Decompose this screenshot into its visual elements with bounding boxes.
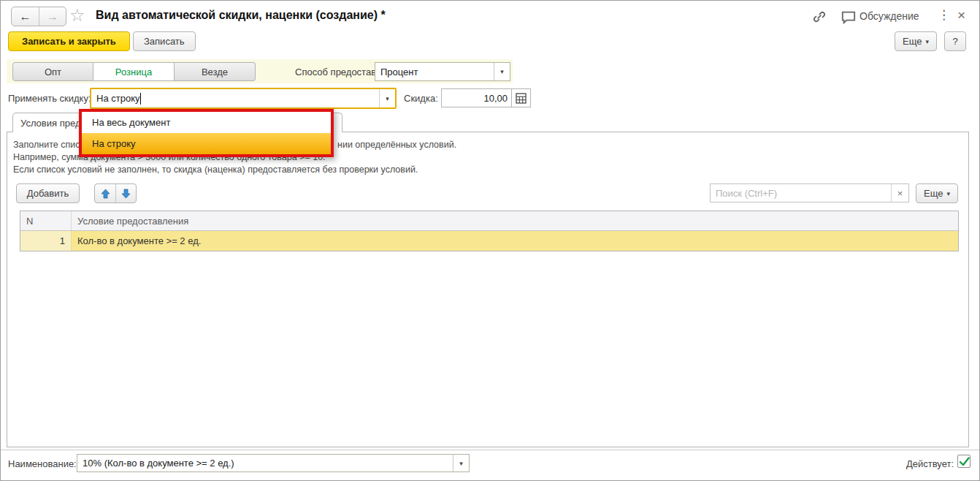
move-up-button[interactable] [95,184,115,202]
table-header: N Условие предоставления [20,211,958,231]
active-label: Действует: [906,458,954,469]
back-button[interactable]: ← [12,7,39,26]
more-button-list-label: Еще [924,188,943,199]
method-combobox[interactable]: Процент ▾ [375,62,510,81]
name-dropdown-arrow-icon[interactable]: ▾ [453,455,469,471]
save-and-close-button[interactable]: Записать и закрыть [8,31,130,51]
form-window: ← → ☆ Вид автоматической скидки, наценки… [0,0,980,481]
move-row-buttons [94,183,137,203]
page-title: Вид автоматической скидки, наценки (созд… [96,9,386,22]
hint-line1-right: нии определённых условий. [337,140,456,150]
apply-discount-label: Применять скидку: [8,93,91,104]
arrow-down-icon [121,189,131,199]
method-value: Процент [375,63,494,80]
search-input[interactable] [711,184,891,202]
name-label: Наименование: [8,458,77,469]
forward-button[interactable]: → [39,7,66,26]
more-menu-icon[interactable]: ⋮ [938,7,950,23]
calculator-button[interactable] [512,88,531,107]
footer-divider [1,450,980,450]
chevron-down-icon: ▾ [925,38,929,45]
more-button-list[interactable]: Еще ▾ [916,183,958,203]
search-clear-icon[interactable]: × [891,184,908,202]
segment-opt[interactable]: Опт [12,62,93,81]
method-dropdown-arrow-icon[interactable]: ▾ [494,63,510,80]
table-row[interactable]: 1 Кол-во в документе >= 2 ед. [20,231,958,251]
apply-discount-value: На строку [96,93,139,104]
calculator-icon [516,93,527,104]
row-number-cell[interactable]: 1 [20,231,72,251]
dropdown-item-whole-document[interactable]: На весь документ [82,112,331,133]
row-condition-cell[interactable]: Кол-во в документе >= 2 ед. [72,231,958,251]
name-value: 10% (Кол-во в документе >= 2 ед.) [77,455,453,471]
move-down-button[interactable] [115,184,136,202]
conditions-table: N Условие предоставления 1 Кол-во в доку… [20,211,959,251]
name-combobox[interactable]: 10% (Кол-во в документе >= 2 ед.) ▾ [77,454,470,472]
active-checkbox[interactable] [957,455,971,468]
chevron-down-icon: ▾ [946,190,950,197]
favorite-star-icon[interactable]: ☆ [69,5,85,26]
dropdown-item-per-line[interactable]: На строку [82,133,331,154]
scope-segmented-control: Опт Розница Везде [12,62,256,81]
search-field: × [710,183,909,202]
add-button[interactable]: Добавить [16,183,80,203]
discussion-icon[interactable] [841,10,857,24]
segment-vezde[interactable]: Везде [175,62,256,81]
help-button[interactable]: ? [944,31,966,51]
text-cursor [140,93,141,105]
apply-discount-dropdown-list: На весь документ На строку [79,109,334,157]
apply-dropdown-arrow-icon[interactable]: ▾ [379,89,395,107]
hint-line3: Если список условий не заполнен, то скид… [13,164,418,175]
conditions-panel: Заполните список, нии определённых услов… [7,132,969,447]
header-n[interactable]: N [20,211,72,230]
more-button-top-label: Еще [903,36,922,47]
more-button-top[interactable]: Еще ▾ [895,31,937,51]
close-icon[interactable]: × [957,7,965,23]
apply-discount-combobox[interactable]: На строку ▾ [90,88,397,109]
history-nav: ← → [11,7,66,26]
segment-roznitsa[interactable]: Розница [93,62,175,81]
discount-input[interactable]: 10,00 [441,88,512,107]
header-condition[interactable]: Условие предоставления [72,211,958,230]
get-link-icon[interactable] [811,9,827,25]
arrow-up-icon [101,189,110,199]
save-button[interactable]: Записать [133,31,196,51]
checkmark-icon [959,457,970,466]
discussion-label[interactable]: Обсуждение [860,10,919,22]
discount-label: Скидка: [404,93,438,104]
